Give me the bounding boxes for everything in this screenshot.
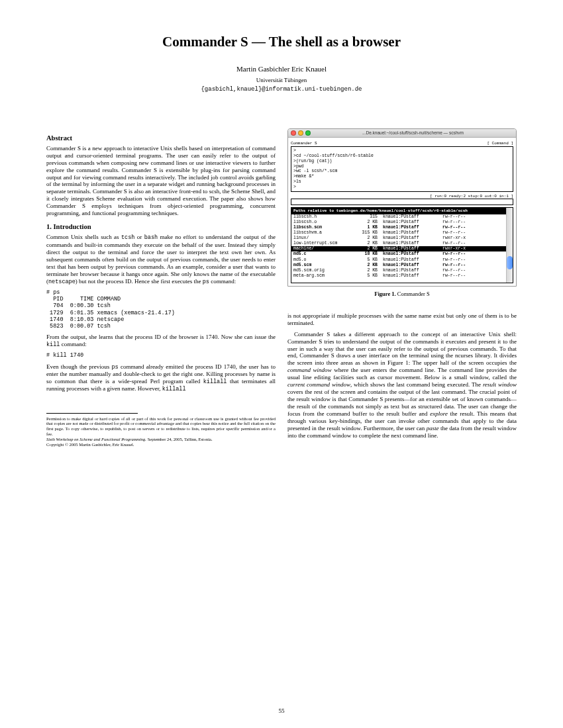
result-row: md5.scm.orig2 KBknauel:PUstaffrw-r--r--	[291, 268, 506, 273]
scrollbar	[506, 208, 513, 283]
kill-command: # kill 1740	[46, 352, 276, 359]
ps-output: # ps PID TIME COMMAND 704 0:00.30 tcsh 1…	[46, 289, 276, 330]
app-label: Commander S [ Command ]	[291, 140, 513, 147]
left-column: Abstract Commander S is a new approach t…	[46, 128, 276, 447]
intro-para-2: From the output, she learns that the pro…	[46, 334, 276, 348]
result-row: md5.scm2 KBknauel:PUstaffrw-r--r--	[291, 263, 506, 268]
scroll-thumb	[507, 256, 513, 269]
result-row: libscshvm.a315 KBknauel:PUstaffrw-r--r--	[291, 230, 506, 236]
footnote-divider	[46, 413, 138, 414]
col2-para-2: Commander S takes a different approach t…	[287, 331, 517, 440]
intro-heading: 1. Introduction	[46, 222, 276, 231]
abstract-heading: Abstract	[46, 134, 276, 142]
close-icon	[291, 130, 296, 136]
result-header: Paths relative to tuebingen.de/home/knau…	[291, 208, 506, 214]
window-title: ...De.knauel:~/cool-stuff/scsh-nuit/sche…	[313, 130, 513, 136]
result-row: libscsh.h315knauel:PUstaffrw-r--r--	[291, 214, 506, 220]
result-window: Paths relative to tuebingen.de/home/knau…	[291, 207, 513, 283]
result-row: libscsh.o2 KBknauel:PUstaffrw-r--r--	[291, 220, 506, 225]
affiliation: Universität Tübingen	[46, 77, 517, 84]
result-row: low-interrupt.scm2 KBknauel:PUstaffrw-r-…	[291, 241, 506, 246]
col2-para-1: is not appropriate if multiple processes…	[287, 312, 517, 327]
result-row: libscsh.scm1 KBknauel:PUstaffrw-r--r--	[291, 225, 506, 230]
intro-para-3: Even though the previous ps command alre…	[46, 363, 276, 393]
abstract-text: Commander S is a new approach to interac…	[46, 145, 276, 218]
intro-para-1: Common Unix shells such as tcsh or bash …	[46, 234, 276, 285]
result-row: linux/2 KBknauel:PUstaffrwxr-xr-x	[291, 236, 506, 241]
venue-footnote: Sixth Workshop on Scheme and Functional …	[46, 437, 276, 442]
authors: Martin Gasbichler Eric Knauel	[46, 65, 517, 74]
window-titlebar: ...De.knauel:~/cool-stuff/scsh-nuit/sche…	[288, 129, 516, 138]
copyright-footnote: Copyright © 2005 Martin Gasbichler, Eric…	[46, 442, 276, 447]
terminal-body: Commander S [ Command ] > >cd ~/cool-stu…	[288, 138, 516, 286]
minimize-icon	[298, 130, 303, 136]
email: {gasbichl,knauel}@informatik.uni-tuebing…	[46, 86, 517, 93]
result-row: md5.c18 KBknauel:PUstaffrw-r--r--	[291, 251, 506, 257]
result-row: md5.o5 KBknauel:PUstaffrw-r--r--	[291, 257, 506, 263]
permission-footnote: Permission to make digital or hard copie…	[46, 416, 276, 437]
command-window: > >cd ~/cool-stuff/scsh/r6-stable >(run/…	[291, 146, 513, 191]
screenshot-figure: ...De.knauel:~/cool-stuff/scsh-nuit/sche…	[287, 128, 517, 287]
two-column-layout: Abstract Commander S is a new approach t…	[46, 128, 517, 447]
result-row: meta-arg.scm5 KBknauel:PUstaffrw-r--r--	[291, 273, 506, 279]
right-column: ...De.knauel:~/cool-stuff/scsh-nuit/sche…	[287, 128, 517, 447]
result-row: machine/2 KBknauel:PUstaffrwxr-xr-x	[291, 246, 506, 251]
status-line: [ run:0 ready:2 stop:0 out:0 in:1 ]	[291, 194, 513, 199]
figure-caption: Figure 1. Commander S	[287, 291, 517, 298]
current-command-window	[291, 199, 513, 205]
page-number: 55	[0, 707, 563, 715]
paper-title: Commander S — The shell as a browser	[46, 33, 517, 50]
zoom-icon	[305, 130, 311, 136]
